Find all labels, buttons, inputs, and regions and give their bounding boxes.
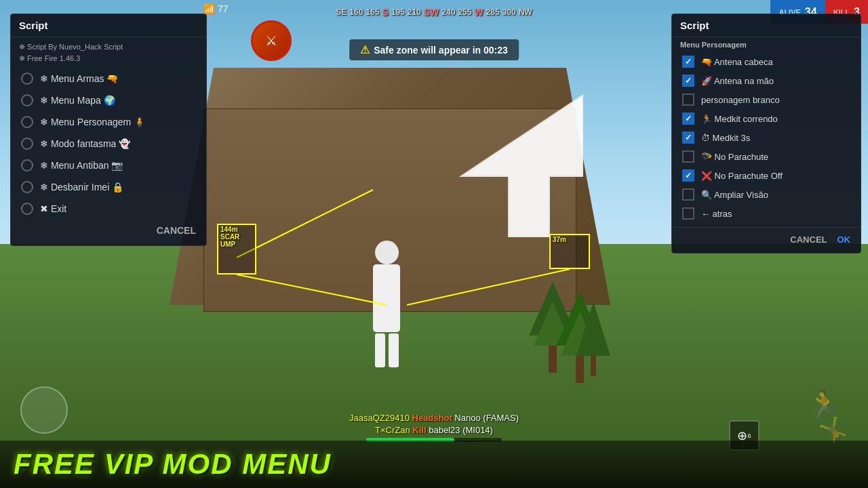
menu-item-fantasma[interactable]: ❄ Modo fantasma 👻 — [11, 133, 206, 155]
compass-240: 240 — [441, 7, 455, 17]
compass-se: SE — [336, 7, 347, 17]
right-cancel-button[interactable]: CANCEL — [790, 235, 827, 245]
radio-exit[interactable] — [21, 203, 33, 215]
menu-item-desbanir[interactable]: ❄ Desbanir Imei 🔒 — [11, 176, 206, 198]
tree-3 — [576, 302, 610, 376]
joystick[interactable] — [20, 386, 68, 434]
cb-personagem-branco[interactable] — [682, 94, 694, 106]
compass: SE 160 165 S 195 210 SW 240 255 W 285 30… — [336, 7, 532, 18]
victim-1: Nanoo — [454, 413, 480, 423]
weapon-1: (FAMAS) — [483, 413, 519, 423]
player-avatar: ⚔ — [251, 20, 292, 61]
cb-label-medkit-correndo: 🏃 Medkit correndo — [701, 114, 778, 124]
menu-item-antiban[interactable]: ❄ Menu Antiban 📷 — [11, 155, 206, 176]
svg-marker-0 — [461, 95, 583, 237]
kill-line-2: T×CrZan Kill babel23 (MI014) — [349, 425, 519, 435]
checkbox-antena-cabeca[interactable]: ✓ 🔫 Antena cabeca — [672, 52, 861, 71]
checkbox-ampliar-visao[interactable]: 🔍 Ampliar Visão — [672, 185, 861, 204]
cb-atras[interactable] — [682, 207, 694, 220]
cb-medkit-correndo[interactable]: ✓ — [682, 113, 694, 125]
bbox-scar: 144mSCARUMP — [217, 224, 256, 274]
compass-300: 300 — [502, 7, 516, 17]
menu-label-personagem: ❄ Menu Personagem 🧍 — [40, 117, 145, 127]
left-script-panel: Script ❄ Script By Nuevo_Hack Script ❄ F… — [10, 14, 207, 246]
checkbox-personagem-branco[interactable]: personagem branco — [672, 90, 861, 109]
left-panel-title: Script — [11, 14, 206, 37]
checkbox-no-parachute[interactable]: 🪂 No Parachute — [672, 147, 861, 166]
watermark-text: FREE VIP MOD MENU — [14, 448, 332, 481]
right-script-panel: Script Menu Personagem ✓ 🔫 Antena cabeca… — [671, 14, 861, 253]
right-panel-buttons: CANCEL OK — [672, 227, 861, 247]
watermark-bar: FREE VIP MOD MENU — [0, 441, 868, 488]
compass-210: 210 — [408, 7, 421, 17]
radio-personagem[interactable] — [21, 116, 33, 128]
menu-item-armas[interactable]: ❄ Menu Armas 🔫 — [11, 68, 206, 89]
killer-1: JaasaQZ29410 — [349, 413, 410, 423]
radio-mapa[interactable] — [21, 94, 33, 106]
checkbox-antena-mao[interactable]: ✓ 🚀 Antena na mão — [672, 71, 861, 90]
cb-label-no-parachute: 🪂 No Parachute — [701, 152, 768, 162]
checkbox-atras[interactable]: ← atras — [672, 204, 861, 223]
menu-label-armas: ❄ Menu Armas 🔫 — [40, 73, 118, 84]
left-panel-subtitle: ❄ Script By Nuevo_Hack Script ❄ Free Fir… — [11, 37, 206, 68]
subtitle-line2: ❄ Free Fire 1.46.3 — [19, 53, 198, 64]
compass-w: W — [474, 7, 483, 18]
cb-no-parachute[interactable] — [682, 150, 694, 163]
cb-label-ampliar-visao: 🔍 Ampliar Visão — [701, 190, 768, 200]
left-cancel-button[interactable]: CANCEL — [157, 225, 196, 236]
compass-160: 160 — [349, 7, 363, 17]
warning-icon: ⚠ — [360, 43, 370, 56]
compass-255: 255 — [458, 7, 471, 17]
compass-s: S — [382, 7, 388, 18]
safe-zone-banner: ⚠ Safe zone will appear in 00:23 — [349, 39, 519, 60]
compass-nw: NW — [519, 7, 532, 17]
cb-label-no-parachute-off: ❌ No Parachute Off — [701, 171, 783, 181]
menu-label-antiban: ❄ Menu Antiban 📷 — [40, 160, 123, 171]
compass-285: 285 — [486, 7, 500, 17]
weapon-2: (MI014) — [462, 425, 493, 435]
compass-165: 165 — [366, 7, 379, 17]
cb-no-parachute-off[interactable]: ✓ — [682, 169, 694, 182]
checkbox-medkit-correndo[interactable]: ✓ 🏃 Medkit correndo — [672, 109, 861, 128]
cb-label-medkit-3s: ⏱ Medkit 3s — [701, 133, 750, 143]
player-silhouette-1: 🏃 — [807, 388, 841, 420]
cb-label-personagem-branco: personagem branco — [701, 95, 780, 105]
killer-2: T×CrZan — [375, 425, 410, 435]
cb-label-antena-mao: 🚀 Antena na mão — [701, 76, 774, 86]
menu-label-mapa: ❄ Menu Mapa 🌍 — [40, 95, 115, 106]
cb-label-antena-cabeca: 🔫 Antena cabeca — [701, 57, 773, 67]
arrow-pointer — [339, 88, 583, 240]
victim-2: babel23 — [429, 425, 460, 435]
radio-antiban[interactable] — [21, 159, 33, 171]
radio-fantasma[interactable] — [21, 138, 33, 150]
cb-antena-cabeca[interactable]: ✓ — [682, 56, 694, 68]
right-panel-title: Script — [672, 14, 861, 37]
player-silhouette-2: 🤸 — [818, 416, 848, 444]
kill-line-1: JaasaQZ29410 Headshot Nanoo (FAMAS) — [349, 413, 519, 423]
cb-medkit-3s[interactable]: ✓ — [682, 131, 694, 144]
right-panel-subtitle: Menu Personagem — [672, 37, 861, 52]
safe-zone-text: Safe zone will appear in 00:23 — [374, 45, 508, 56]
right-ok-button[interactable]: OK — [837, 235, 851, 245]
action-2: Kill — [412, 425, 426, 435]
cb-antena-mao[interactable]: ✓ — [682, 75, 694, 87]
subtitle-line1: ❄ Script By Nuevo_Hack Script — [19, 41, 198, 53]
kill-feed: JaasaQZ29410 Headshot Nanoo (FAMAS) T×Cr… — [349, 413, 519, 437]
menu-label-fantasma: ❄ Modo fantasma 👻 — [40, 138, 130, 149]
checkbox-medkit-3s[interactable]: ✓ ⏱ Medkit 3s — [672, 128, 861, 147]
player-character — [366, 244, 407, 366]
menu-item-personagem[interactable]: ❄ Menu Personagem 🧍 — [11, 111, 206, 133]
cb-ampliar-visao[interactable] — [682, 188, 694, 201]
radio-armas[interactable] — [21, 73, 33, 85]
menu-item-mapa[interactable]: ❄ Menu Mapa 🌍 — [11, 89, 206, 111]
compass-195: 195 — [391, 7, 405, 17]
radio-desbanir[interactable] — [21, 181, 33, 193]
menu-item-exit[interactable]: ✖ Exit — [11, 198, 206, 220]
compass-sw: SW — [424, 7, 439, 18]
bbox-target: 37m — [549, 234, 590, 269]
cb-label-atras: ← atras — [701, 209, 732, 219]
menu-label-desbanir: ❄ Desbanir Imei 🔒 — [40, 182, 123, 192]
action-1: Headshot — [412, 413, 452, 423]
checkbox-no-parachute-off[interactable]: ✓ ❌ No Parachute Off — [672, 166, 861, 185]
wifi-indicator: 📶 77 — [203, 3, 228, 14]
